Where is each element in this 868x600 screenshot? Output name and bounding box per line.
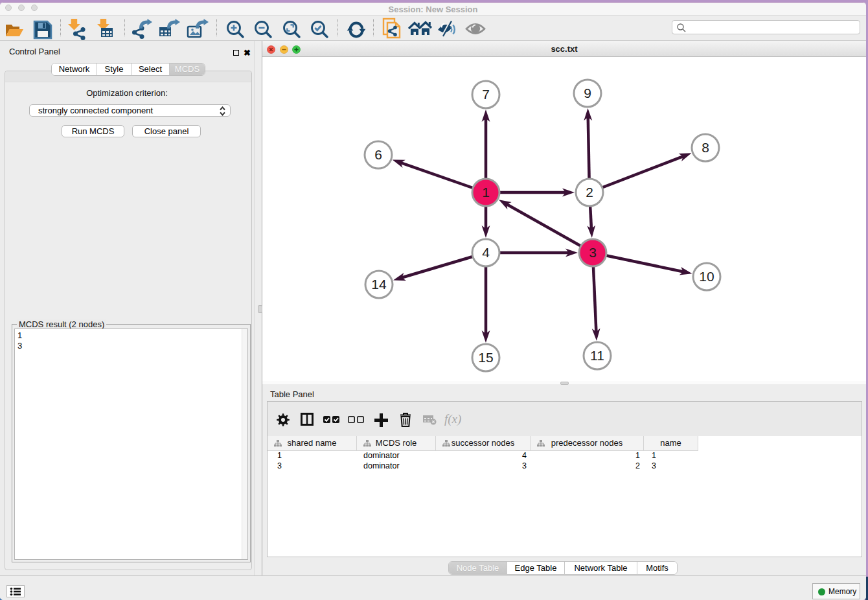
svg-text:11: 11	[590, 348, 604, 363]
svg-text:14: 14	[371, 277, 387, 292]
svg-text:3: 3	[589, 245, 597, 260]
svg-text:f(x): f(x)	[444, 413, 461, 426]
svg-text:2: 2	[586, 185, 593, 200]
svg-text:7: 7	[482, 87, 490, 102]
svg-text:8: 8	[702, 140, 709, 155]
svg-text:10: 10	[699, 269, 714, 284]
svg-text:9: 9	[584, 86, 591, 100]
svg-text:15: 15	[478, 350, 493, 365]
svg-text:6: 6	[374, 147, 382, 162]
svg-text:4: 4	[482, 245, 490, 260]
svg-text:1: 1	[482, 185, 490, 200]
